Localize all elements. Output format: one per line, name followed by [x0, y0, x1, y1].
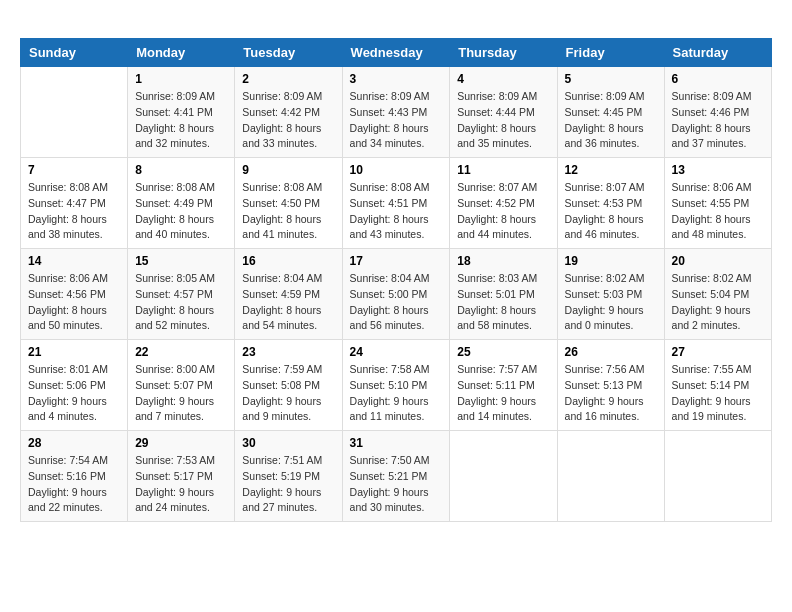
day-info: Sunrise: 8:08 AM Sunset: 4:47 PM Dayligh…	[28, 180, 120, 243]
calendar-cell: 4Sunrise: 8:09 AM Sunset: 4:44 PM Daylig…	[450, 67, 557, 158]
day-number: 23	[242, 345, 334, 359]
calendar-table: SundayMondayTuesdayWednesdayThursdayFrid…	[20, 38, 772, 522]
day-info: Sunrise: 7:50 AM Sunset: 5:21 PM Dayligh…	[350, 453, 443, 516]
day-number: 29	[135, 436, 227, 450]
day-number: 11	[457, 163, 549, 177]
day-number: 24	[350, 345, 443, 359]
day-number: 31	[350, 436, 443, 450]
day-number: 5	[565, 72, 657, 86]
weekday-header-saturday: Saturday	[664, 39, 771, 67]
calendar-cell: 20Sunrise: 8:02 AM Sunset: 5:04 PM Dayli…	[664, 249, 771, 340]
calendar-cell: 31Sunrise: 7:50 AM Sunset: 5:21 PM Dayli…	[342, 431, 450, 522]
day-info: Sunrise: 8:06 AM Sunset: 4:56 PM Dayligh…	[28, 271, 120, 334]
day-info: Sunrise: 7:54 AM Sunset: 5:16 PM Dayligh…	[28, 453, 120, 516]
header: General Blue	[20, 20, 772, 22]
calendar-cell: 28Sunrise: 7:54 AM Sunset: 5:16 PM Dayli…	[21, 431, 128, 522]
day-number: 17	[350, 254, 443, 268]
day-info: Sunrise: 8:04 AM Sunset: 5:00 PM Dayligh…	[350, 271, 443, 334]
week-row-2: 7Sunrise: 8:08 AM Sunset: 4:47 PM Daylig…	[21, 158, 772, 249]
day-info: Sunrise: 8:09 AM Sunset: 4:46 PM Dayligh…	[672, 89, 764, 152]
calendar-cell: 14Sunrise: 8:06 AM Sunset: 4:56 PM Dayli…	[21, 249, 128, 340]
calendar-cell: 6Sunrise: 8:09 AM Sunset: 4:46 PM Daylig…	[664, 67, 771, 158]
day-info: Sunrise: 7:59 AM Sunset: 5:08 PM Dayligh…	[242, 362, 334, 425]
day-number: 21	[28, 345, 120, 359]
calendar-cell: 17Sunrise: 8:04 AM Sunset: 5:00 PM Dayli…	[342, 249, 450, 340]
day-info: Sunrise: 7:57 AM Sunset: 5:11 PM Dayligh…	[457, 362, 549, 425]
calendar-cell: 11Sunrise: 8:07 AM Sunset: 4:52 PM Dayli…	[450, 158, 557, 249]
calendar-cell: 8Sunrise: 8:08 AM Sunset: 4:49 PM Daylig…	[128, 158, 235, 249]
day-number: 14	[28, 254, 120, 268]
day-number: 27	[672, 345, 764, 359]
day-number: 9	[242, 163, 334, 177]
day-info: Sunrise: 8:09 AM Sunset: 4:43 PM Dayligh…	[350, 89, 443, 152]
calendar-cell: 9Sunrise: 8:08 AM Sunset: 4:50 PM Daylig…	[235, 158, 342, 249]
day-info: Sunrise: 8:07 AM Sunset: 4:53 PM Dayligh…	[565, 180, 657, 243]
week-row-5: 28Sunrise: 7:54 AM Sunset: 5:16 PM Dayli…	[21, 431, 772, 522]
day-number: 8	[135, 163, 227, 177]
day-info: Sunrise: 8:09 AM Sunset: 4:45 PM Dayligh…	[565, 89, 657, 152]
day-number: 13	[672, 163, 764, 177]
calendar-cell: 12Sunrise: 8:07 AM Sunset: 4:53 PM Dayli…	[557, 158, 664, 249]
day-number: 10	[350, 163, 443, 177]
day-info: Sunrise: 8:07 AM Sunset: 4:52 PM Dayligh…	[457, 180, 549, 243]
weekday-header-monday: Monday	[128, 39, 235, 67]
day-info: Sunrise: 8:09 AM Sunset: 4:41 PM Dayligh…	[135, 89, 227, 152]
day-number: 1	[135, 72, 227, 86]
calendar-cell: 15Sunrise: 8:05 AM Sunset: 4:57 PM Dayli…	[128, 249, 235, 340]
day-number: 28	[28, 436, 120, 450]
day-number: 30	[242, 436, 334, 450]
day-info: Sunrise: 8:05 AM Sunset: 4:57 PM Dayligh…	[135, 271, 227, 334]
calendar-cell: 24Sunrise: 7:58 AM Sunset: 5:10 PM Dayli…	[342, 340, 450, 431]
calendar-cell	[450, 431, 557, 522]
day-info: Sunrise: 8:08 AM Sunset: 4:49 PM Dayligh…	[135, 180, 227, 243]
day-info: Sunrise: 8:08 AM Sunset: 4:51 PM Dayligh…	[350, 180, 443, 243]
calendar-cell	[664, 431, 771, 522]
day-number: 2	[242, 72, 334, 86]
calendar-cell	[21, 67, 128, 158]
day-info: Sunrise: 7:58 AM Sunset: 5:10 PM Dayligh…	[350, 362, 443, 425]
day-number: 19	[565, 254, 657, 268]
calendar-cell: 27Sunrise: 7:55 AM Sunset: 5:14 PM Dayli…	[664, 340, 771, 431]
day-info: Sunrise: 8:09 AM Sunset: 4:44 PM Dayligh…	[457, 89, 549, 152]
day-info: Sunrise: 7:55 AM Sunset: 5:14 PM Dayligh…	[672, 362, 764, 425]
day-number: 20	[672, 254, 764, 268]
calendar-cell: 19Sunrise: 8:02 AM Sunset: 5:03 PM Dayli…	[557, 249, 664, 340]
calendar-cell: 7Sunrise: 8:08 AM Sunset: 4:47 PM Daylig…	[21, 158, 128, 249]
day-number: 3	[350, 72, 443, 86]
calendar-cell: 21Sunrise: 8:01 AM Sunset: 5:06 PM Dayli…	[21, 340, 128, 431]
day-number: 26	[565, 345, 657, 359]
day-info: Sunrise: 8:00 AM Sunset: 5:07 PM Dayligh…	[135, 362, 227, 425]
calendar-cell	[557, 431, 664, 522]
day-number: 15	[135, 254, 227, 268]
day-info: Sunrise: 8:02 AM Sunset: 5:04 PM Dayligh…	[672, 271, 764, 334]
week-row-1: 1Sunrise: 8:09 AM Sunset: 4:41 PM Daylig…	[21, 67, 772, 158]
weekday-header-row: SundayMondayTuesdayWednesdayThursdayFrid…	[21, 39, 772, 67]
calendar-cell: 13Sunrise: 8:06 AM Sunset: 4:55 PM Dayli…	[664, 158, 771, 249]
day-info: Sunrise: 8:08 AM Sunset: 4:50 PM Dayligh…	[242, 180, 334, 243]
day-info: Sunrise: 8:09 AM Sunset: 4:42 PM Dayligh…	[242, 89, 334, 152]
day-info: Sunrise: 8:04 AM Sunset: 4:59 PM Dayligh…	[242, 271, 334, 334]
calendar-cell: 23Sunrise: 7:59 AM Sunset: 5:08 PM Dayli…	[235, 340, 342, 431]
day-number: 25	[457, 345, 549, 359]
calendar-cell: 3Sunrise: 8:09 AM Sunset: 4:43 PM Daylig…	[342, 67, 450, 158]
calendar-cell: 5Sunrise: 8:09 AM Sunset: 4:45 PM Daylig…	[557, 67, 664, 158]
week-row-3: 14Sunrise: 8:06 AM Sunset: 4:56 PM Dayli…	[21, 249, 772, 340]
day-number: 22	[135, 345, 227, 359]
day-info: Sunrise: 8:01 AM Sunset: 5:06 PM Dayligh…	[28, 362, 120, 425]
calendar-cell: 29Sunrise: 7:53 AM Sunset: 5:17 PM Dayli…	[128, 431, 235, 522]
day-number: 12	[565, 163, 657, 177]
weekday-header-wednesday: Wednesday	[342, 39, 450, 67]
day-info: Sunrise: 8:03 AM Sunset: 5:01 PM Dayligh…	[457, 271, 549, 334]
calendar-cell: 30Sunrise: 7:51 AM Sunset: 5:19 PM Dayli…	[235, 431, 342, 522]
day-number: 7	[28, 163, 120, 177]
weekday-header-thursday: Thursday	[450, 39, 557, 67]
calendar-cell: 1Sunrise: 8:09 AM Sunset: 4:41 PM Daylig…	[128, 67, 235, 158]
day-number: 18	[457, 254, 549, 268]
calendar-cell: 26Sunrise: 7:56 AM Sunset: 5:13 PM Dayli…	[557, 340, 664, 431]
day-info: Sunrise: 7:56 AM Sunset: 5:13 PM Dayligh…	[565, 362, 657, 425]
day-number: 16	[242, 254, 334, 268]
calendar-cell: 2Sunrise: 8:09 AM Sunset: 4:42 PM Daylig…	[235, 67, 342, 158]
weekday-header-sunday: Sunday	[21, 39, 128, 67]
day-number: 6	[672, 72, 764, 86]
weekday-header-friday: Friday	[557, 39, 664, 67]
